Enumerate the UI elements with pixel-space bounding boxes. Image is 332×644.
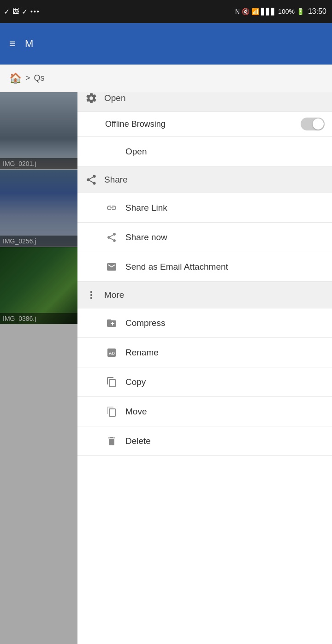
email-icon [105,260,118,273]
gear-icon [85,92,98,105]
open-label: Open [125,147,147,157]
signal-icon: ▋▋▋ [261,8,276,15]
share-section-label: Share [104,175,128,185]
more-section-header[interactable]: More [77,282,332,308]
share-now-icon [105,231,118,244]
more-icon [85,289,98,301]
breadcrumb-separator: > [25,73,30,83]
battery-text: 100% [278,8,295,15]
breadcrumb-current: Qs [34,73,45,83]
compress-item[interactable]: Compress [77,308,332,338]
link-icon [105,201,118,214]
rename-label: Rename [125,348,159,358]
open-icon [105,145,118,158]
open-section-label: Open [104,93,125,103]
battery-icon: 🔋 [296,8,304,15]
breadcrumb: 🏠 > Qs [0,65,332,92]
share-header-icon [85,173,98,186]
move-item[interactable]: Move [77,397,332,426]
move-label: Move [125,407,147,417]
status-left-icons: ✓ 🖼 ✓ ••• [4,7,40,16]
dots-icon: ••• [30,8,40,15]
copy-icon [105,376,118,389]
rename-icon: AB [105,346,118,359]
svg-text:AB: AB [109,351,115,355]
open-item[interactable]: Open [77,137,332,166]
nfc-icon: N [235,8,240,15]
delete-label: Delete [125,436,151,446]
share-now-label: Share now [125,232,167,242]
offline-browsing-toggle[interactable] [301,118,325,130]
app-title: M [25,38,33,50]
compress-label: Compress [125,318,166,328]
share-link-item[interactable]: Share Link [77,193,332,223]
offline-browsing-label: Offline Browsing [85,119,166,129]
delete-icon [105,435,118,448]
move-icon [105,405,118,418]
compress-icon [105,317,118,330]
more-section-label: More [104,290,124,300]
home-icon[interactable]: 🏠 [9,72,22,84]
send-email-item[interactable]: Send as Email Attachment [77,252,332,282]
rename-item[interactable]: AB Rename [77,338,332,367]
copy-label: Copy [125,377,146,387]
offline-browsing-row[interactable]: Offline Browsing [77,112,332,137]
check-icon: ✓ [4,7,10,16]
app-header: ≡ M [0,23,332,65]
delete-item[interactable]: Delete [77,426,332,456]
wifi-icon: 📶 [251,8,259,15]
image-icon: 🖼 [12,8,19,15]
hamburger-icon[interactable]: ≡ [9,37,16,50]
send-email-label: Send as Email Attachment [125,262,228,272]
mute-icon: 🔇 [242,8,249,15]
share-now-item[interactable]: Share now [77,223,332,252]
status-bar: ✓ 🖼 ✓ ••• N 🔇 📶 ▋▋▋ 100% 🔋 13:50 [0,0,332,23]
copy-item[interactable]: Copy [77,367,332,397]
context-panel: 369 KB 2019/07/28 19:00:47 IMG_0363.jpg … [77,0,332,644]
status-right-icons: N 🔇 📶 ▋▋▋ 100% 🔋 13:50 [235,7,326,16]
share-link-label: Share Link [125,203,167,213]
share-section-header[interactable]: Share [77,166,332,193]
status-time: 13:50 [308,7,326,16]
check2-icon: ✓ [22,7,28,16]
